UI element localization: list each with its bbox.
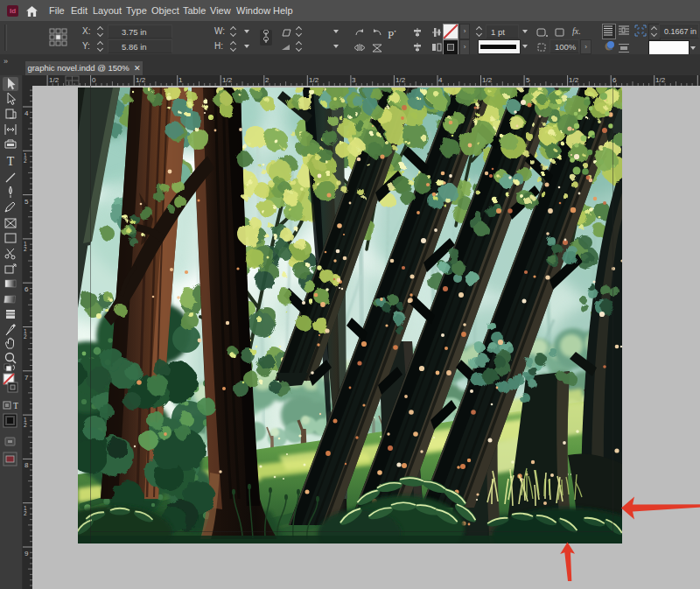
svg-text:T: T — [7, 155, 15, 168]
svg-text:T: T — [13, 401, 18, 410]
